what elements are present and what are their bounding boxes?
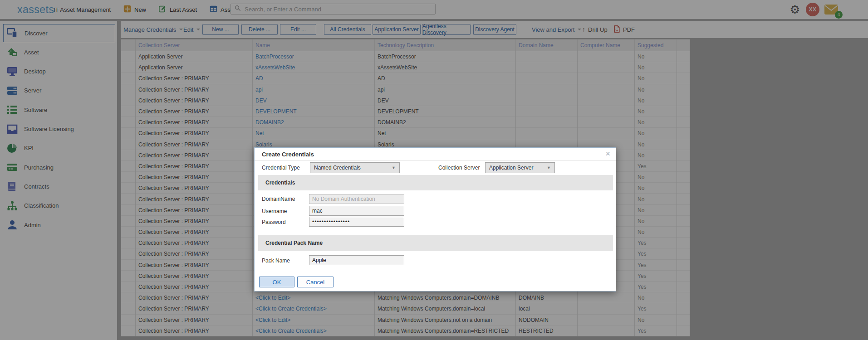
credentials-section-band: Credentials — [258, 175, 613, 190]
password-label: Password — [262, 219, 286, 225]
password-field[interactable] — [309, 217, 404, 227]
credential-type-label: Credential Type — [262, 165, 300, 171]
pack-name-section-band: Credential Pack Name — [258, 235, 613, 251]
pack-name-field[interactable] — [309, 255, 404, 265]
pack-name-label: Pack Name — [262, 257, 290, 264]
credential-type-select[interactable]: Named Credentials ▼ — [310, 162, 400, 173]
username-label: Username — [262, 208, 287, 214]
chevron-down-icon: ▼ — [392, 165, 396, 170]
create-credentials-dialog: Create Credentials × Credential Type Nam… — [254, 147, 616, 291]
domain-name-label: DomainName — [262, 196, 295, 202]
ok-button[interactable]: OK — [259, 277, 294, 287]
collection-server-label: Collection Server — [438, 165, 480, 171]
app-window: xassets IT Asset Management New Last Ass… — [0, 0, 868, 340]
close-icon[interactable]: × — [605, 149, 610, 159]
domain-name-field[interactable] — [309, 194, 404, 204]
collection-server-select[interactable]: Application Server ▼ — [485, 162, 555, 173]
dialog-title: Create Credentials — [262, 151, 314, 158]
cancel-button[interactable]: Cancel — [297, 277, 333, 287]
chevron-down-icon: ▼ — [547, 165, 551, 170]
username-field[interactable] — [309, 206, 404, 216]
credentials-section-title: Credentials — [265, 180, 295, 186]
pack-name-section-title: Credential Pack Name — [265, 240, 323, 246]
